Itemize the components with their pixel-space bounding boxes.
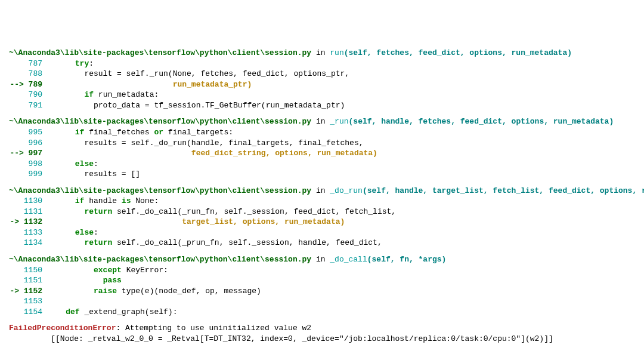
code-token: if	[75, 196, 85, 205]
code-token: target_list, options, run_metadata)	[182, 217, 345, 226]
line-number-current: -> 1152	[9, 286, 42, 297]
code-line: 999 results = []	[9, 169, 635, 180]
code-token: :	[94, 159, 98, 168]
function-name: _do_run	[330, 186, 363, 195]
code-token: self._do_call(_prun_fn, self._session, h…	[112, 238, 382, 247]
code-token: handle	[84, 196, 121, 205]
code-token	[47, 228, 75, 237]
error-name: FailedPreconditionError	[9, 324, 116, 333]
code-line: 1134 return self._do_call(_prun_fn, self…	[9, 238, 635, 248]
code-token: results = []	[47, 170, 140, 179]
file-path: ~\Anaconda3\lib\site-packages\tensorflow…	[9, 255, 311, 264]
error-message: : Attempting to use uninitialized value …	[116, 324, 311, 333]
code-token: pass	[103, 276, 122, 285]
line-number: 791	[9, 100, 42, 111]
file-path: ~\Anaconda3\lib\site-packages\tensorflow…	[9, 48, 311, 57]
code-token	[47, 128, 75, 137]
line-number-current: --> 789	[9, 79, 42, 90]
in-word: in	[311, 186, 330, 195]
code-line: 788 result = self._run(None, fetches, fe…	[9, 69, 635, 79]
code-token: return	[84, 207, 112, 216]
code-line: 1154 def _extend_graph(self):	[9, 307, 635, 318]
code-token: final_targets:	[163, 128, 233, 137]
code-line: 998 else:	[9, 159, 635, 170]
code-line: -> 1132 target_list, options, run_metada…	[9, 217, 635, 227]
code-token	[47, 287, 94, 296]
code-line: --> 997 feed_dict_string, options, run_m…	[9, 148, 635, 159]
file-path: ~\Anaconda3\lib\site-packages\tensorflow…	[9, 186, 311, 195]
code-token: :	[89, 59, 94, 68]
code-token: or	[154, 128, 163, 137]
function-name: run	[330, 48, 343, 57]
traceback-output: ~\Anaconda3\lib\site-packages\tensorflow…	[9, 48, 635, 344]
code-token	[47, 80, 173, 89]
code-token: return	[84, 238, 112, 247]
frame-header: ~\Anaconda3\lib\site-packages\tensorflow…	[9, 186, 635, 196]
code-token: result = self._run(None, fetches, feed_d…	[47, 69, 349, 78]
code-token: else	[75, 228, 94, 237]
code-token	[47, 90, 84, 99]
line-number: 1134	[9, 238, 42, 248]
code-token: def	[66, 307, 79, 316]
code-token	[47, 307, 66, 316]
code-token: feed_dict_string, options, run_metadata)	[191, 149, 377, 158]
frame-header: ~\Anaconda3\lib\site-packages\tensorflow…	[9, 116, 635, 127]
code-line: 790 if run_metadata:	[9, 90, 635, 100]
code-token: if	[84, 90, 94, 99]
code-token	[47, 207, 84, 216]
code-token: run_metadata_ptr)	[173, 80, 252, 89]
code-token	[47, 238, 84, 247]
code-token	[47, 149, 191, 158]
stack-frame: ~\Anaconda3\lib\site-packages\tensorflow…	[9, 48, 635, 110]
frame-header: ~\Anaconda3\lib\site-packages\tensorflow…	[9, 48, 635, 59]
line-number: 1131	[9, 207, 42, 217]
line-number: 998	[9, 159, 42, 170]
in-word: in	[311, 48, 330, 57]
code-token	[47, 276, 103, 285]
code-token: else	[75, 159, 94, 168]
in-word: in	[311, 117, 330, 126]
error-detail: [[Node: _retval_w2_0_0 = _Retval[T=DT_IN…	[9, 334, 635, 344]
stack-frame: ~\Anaconda3\lib\site-packages\tensorflow…	[9, 186, 635, 248]
code-token: self._do_call(_run_fn, self._session, fe…	[112, 207, 396, 216]
stack-frame: ~\Anaconda3\lib\site-packages\tensorflow…	[9, 254, 635, 317]
code-token	[47, 159, 75, 168]
code-token: raise	[94, 287, 117, 296]
line-number: 999	[9, 169, 42, 180]
code-token: None:	[131, 196, 159, 205]
code-line: 1150 except KeyError:	[9, 265, 635, 276]
stack-frame: ~\Anaconda3\lib\site-packages\tensorflow…	[9, 116, 635, 179]
line-number: 787	[9, 59, 42, 69]
code-token	[47, 59, 75, 68]
code-token: try	[75, 59, 89, 68]
file-path: ~\Anaconda3\lib\site-packages\tensorflow…	[9, 117, 311, 126]
function-args: (self, fetches, feed_dict, options, run_…	[344, 48, 572, 57]
code-line: 1133 else:	[9, 227, 635, 238]
code-token: final_fetches	[84, 128, 154, 137]
line-number: 1133	[9, 227, 42, 238]
frame-header: ~\Anaconda3\lib\site-packages\tensorflow…	[9, 254, 635, 265]
code-token: proto_data = tf_session.TF_GetBuffer(run…	[47, 101, 345, 110]
code-token: :	[94, 228, 98, 237]
error-block: FailedPreconditionError: Attempting to u…	[9, 323, 635, 344]
function-name: _run	[330, 117, 348, 126]
line-number: 1154	[9, 307, 42, 318]
line-number: 1130	[9, 196, 42, 207]
line-number: 1153	[9, 296, 42, 307]
code-token	[47, 196, 75, 205]
code-token: _extend_graph(self):	[80, 307, 178, 316]
function-args: (self, fn, *args)	[367, 255, 447, 264]
line-number: 995	[9, 127, 42, 138]
in-word: in	[311, 255, 330, 264]
function-args: (self, handle, fetches, feed_dict, optio…	[349, 117, 614, 126]
code-token: type(e)(node_def, op, message)	[117, 287, 261, 296]
code-token	[47, 217, 182, 226]
code-line: 1151 pass	[9, 275, 635, 286]
code-token: if	[75, 128, 85, 137]
code-line: 1153	[9, 296, 635, 307]
code-token: run_metadata:	[94, 90, 159, 99]
line-number: 996	[9, 138, 42, 149]
function-name: _do_call	[330, 255, 367, 264]
code-line: 791 proto_data = tf_session.TF_GetBuffer…	[9, 100, 635, 111]
code-token: results = self._do_run(handle, final_tar…	[47, 139, 364, 147]
